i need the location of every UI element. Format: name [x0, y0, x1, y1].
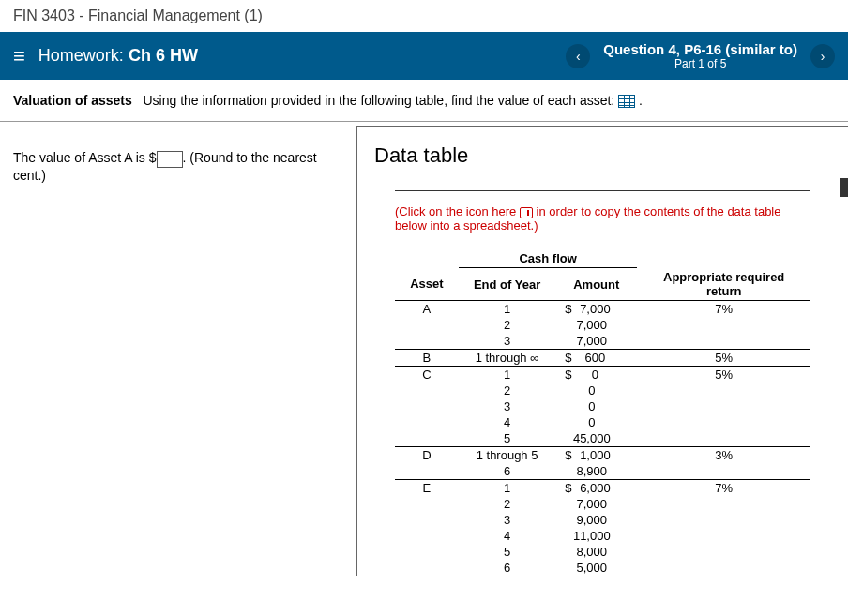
homework-label: Homework: Ch 6 HW: [38, 46, 198, 66]
cell-eoy: 1: [459, 366, 555, 383]
side-handle[interactable]: [840, 178, 848, 197]
cell-amount: 0: [555, 398, 637, 414]
table-row: 65,000: [395, 560, 810, 576]
course-title: FIN 3403 - Financial Management (1): [0, 0, 848, 32]
cell-eoy: 2: [459, 496, 555, 512]
menu-icon[interactable]: ≡: [13, 46, 25, 67]
cell-return: [637, 430, 810, 447]
cell-eoy: 1: [459, 300, 555, 317]
th-asset: Asset: [395, 268, 459, 301]
cell-amount: 5,000: [555, 560, 637, 576]
th-amount: Amount: [555, 268, 637, 301]
table-row: 68,900: [395, 463, 810, 480]
cell-return: [637, 512, 810, 528]
cell-amount: 7,000: [555, 333, 637, 350]
cell-eoy: 1 through ∞: [459, 349, 555, 366]
table-row: 27,000: [395, 496, 810, 512]
cell-asset: [395, 383, 459, 398]
cell-amount: $1,000: [555, 446, 637, 463]
answer-panel: The value of Asset A is $. (Round to the…: [0, 122, 356, 576]
cell-amount: $6,000: [555, 479, 637, 496]
cell-amount: 7,000: [555, 317, 637, 333]
cell-amount: 0: [555, 414, 637, 430]
instruction-text: Using the information provided in the fo…: [144, 93, 615, 108]
table-icon[interactable]: [618, 95, 635, 108]
cell-amount: 7,000: [555, 496, 637, 512]
cell-asset: E: [395, 479, 459, 496]
cell-return: 7%: [637, 479, 810, 496]
cell-eoy: 6: [459, 560, 555, 576]
cell-return: [637, 463, 810, 480]
question-info: Question 4, P6-16 (similar to) Part 1 of…: [603, 41, 797, 70]
cell-asset: A: [395, 300, 459, 317]
cell-return: [637, 333, 810, 350]
question-title: Question 4, P6-16 (similar to): [603, 41, 797, 57]
cell-asset: C: [395, 366, 459, 383]
cell-asset: [395, 528, 459, 544]
copy-icon[interactable]: [520, 207, 533, 218]
cell-eoy: 6: [459, 463, 555, 480]
cell-return: [637, 414, 810, 430]
cell-asset: [395, 317, 459, 333]
table-row: 37,000: [395, 333, 810, 350]
cell-return: 5%: [637, 349, 810, 366]
table-row: E1$6,0007%: [395, 479, 810, 496]
data-table-panel: Data table (Click on the icon here in or…: [356, 126, 848, 576]
cell-amount: 0: [555, 383, 637, 398]
cell-amount: 8,900: [555, 463, 637, 480]
cell-amount: 11,000: [555, 528, 637, 544]
cell-amount: 9,000: [555, 512, 637, 528]
table-body: A1$7,0007%27,00037,000B1 through ∞$6005%…: [395, 300, 810, 576]
cell-amount: $600: [555, 349, 637, 366]
cell-asset: [395, 463, 459, 480]
cell-asset: [395, 560, 459, 576]
question-nav: ‹ Question 4, P6-16 (similar to) Part 1 …: [566, 41, 835, 70]
cell-amount: $0: [555, 366, 637, 383]
table-row: D1 through 5$1,0003%: [395, 446, 810, 463]
cell-return: [637, 317, 810, 333]
cell-eoy: 2: [459, 383, 555, 398]
table-row: 58,000: [395, 544, 810, 560]
table-row: 30: [395, 398, 810, 414]
cell-eoy: 1: [459, 479, 555, 496]
cell-return: [637, 544, 810, 560]
th-cashflow: Cash flow: [459, 249, 637, 268]
question-part: Part 1 of 5: [603, 57, 797, 70]
cell-eoy: 5: [459, 544, 555, 560]
cell-asset: [395, 430, 459, 447]
cell-asset: D: [395, 446, 459, 463]
cell-eoy: 3: [459, 512, 555, 528]
cell-return: [637, 398, 810, 414]
data-table-hint: (Click on the icon here in order to copy…: [395, 204, 810, 233]
table-row: 40: [395, 414, 810, 430]
next-question-button[interactable]: ›: [810, 44, 835, 68]
cell-return: [637, 496, 810, 512]
hw-prefix: Homework:: [38, 46, 124, 65]
hw-name: Ch 6 HW: [129, 46, 198, 65]
table-row: 39,000: [395, 512, 810, 528]
cell-return: [637, 560, 810, 576]
cell-amount: $7,000: [555, 300, 637, 317]
table-row: C1$05%: [395, 366, 810, 383]
cell-asset: [395, 544, 459, 560]
cell-eoy: 1 through 5: [459, 446, 555, 463]
cell-return: [637, 383, 810, 398]
cell-return: 3%: [637, 446, 810, 463]
data-table-title: Data table: [357, 143, 848, 190]
cell-amount: 8,000: [555, 544, 637, 560]
prev-question-button[interactable]: ‹: [566, 44, 590, 68]
th-blank2: [637, 249, 810, 268]
cell-return: [637, 528, 810, 544]
cell-eoy: 3: [459, 333, 555, 350]
instruction-bar: Valuation of assets Using the informatio…: [0, 80, 848, 122]
instruction-bold: Valuation of assets: [13, 93, 132, 108]
table-row: 27,000: [395, 317, 810, 333]
th-return: Appropriate required return: [637, 268, 810, 301]
answer-pre: The value of Asset A is $: [13, 150, 157, 165]
cell-eoy: 5: [459, 430, 555, 447]
cell-eoy: 4: [459, 528, 555, 544]
table-row: B1 through ∞$6005%: [395, 349, 810, 366]
cell-asset: [395, 398, 459, 414]
cell-eoy: 2: [459, 317, 555, 333]
answer-input[interactable]: [157, 151, 183, 168]
